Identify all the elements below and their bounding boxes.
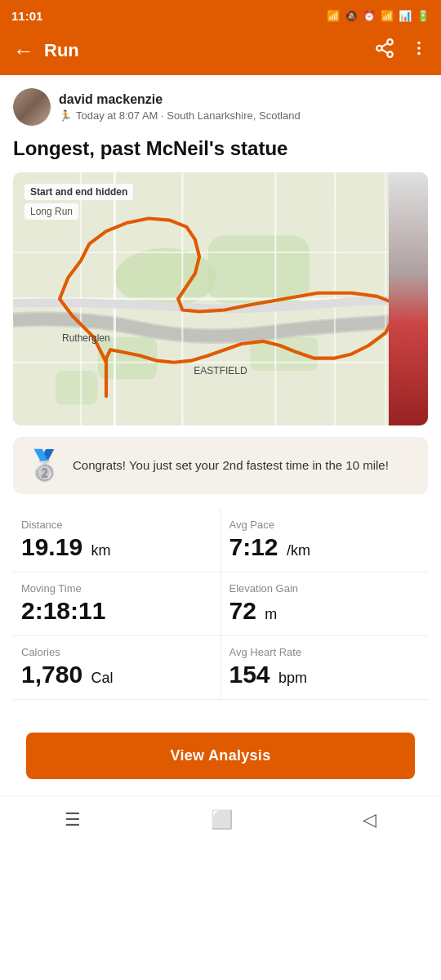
map-container[interactable]: Start and end hidden Long Run Rutherglen… <box>13 172 428 425</box>
stat-calories: Calories 1,780 Cal <box>13 636 221 699</box>
medal-icon: 🥈 <box>26 448 63 483</box>
congrats-banner: 🥈 Congrats! You just set your 2nd fastes… <box>13 437 428 494</box>
stat-elevation-value: 72 m <box>229 597 421 624</box>
status-bar: 11:01 📶 🔕 ⏰ 📶 📊 🔋 <box>0 0 441 29</box>
header-left: ← Run <box>13 38 79 64</box>
svg-rect-10 <box>207 235 309 303</box>
activity-title: Longest, past McNeil's statue <box>13 137 428 161</box>
stat-heart-rate-value: 154 bpm <box>229 661 421 688</box>
back-button[interactable]: ← <box>13 38 34 64</box>
stat-calories-label: Calories <box>21 646 212 658</box>
map-label-hidden: Start and end hidden <box>24 184 133 200</box>
stat-distance-label: Distance <box>21 519 212 531</box>
status-time: 11:01 <box>11 9 42 23</box>
home-button[interactable]: ⬜ <box>211 809 233 831</box>
more-button[interactable] <box>410 39 428 62</box>
stat-heart-rate: Avg Heart Rate 154 bpm <box>221 636 429 699</box>
stat-avg-pace: Avg Pace 7:12 /km <box>221 509 429 572</box>
main-content: david mackenzie 🏃 Today at 8:07 AM · Sou… <box>0 75 441 494</box>
stat-heart-rate-label: Avg Heart Rate <box>229 646 421 658</box>
page-title: Run <box>44 40 79 61</box>
alarm-icon: ⏰ <box>363 10 376 22</box>
status-icons: 📶 🔕 ⏰ 📶 📊 🔋 <box>327 10 430 22</box>
user-info: david mackenzie 🏃 Today at 8:07 AM · Sou… <box>59 92 301 122</box>
stat-calories-value: 1,780 Cal <box>21 661 212 688</box>
stat-elevation: Elevation Gain 72 m <box>221 572 429 635</box>
svg-point-5 <box>417 42 421 45</box>
user-meta: 🏃 Today at 8:07 AM · South Lanarkshire, … <box>59 109 301 122</box>
view-analysis-container: View Analysis <box>0 716 441 779</box>
bottom-nav: ☰ ⬜ ◁ <box>0 795 441 840</box>
map-label-rutherglen: Rutherglen <box>62 332 110 344</box>
signal-icon: 📊 <box>399 10 412 22</box>
battery-icon: 🔋 <box>416 10 430 22</box>
stats-row-2: Moving Time 2:18:11 Elevation Gain 72 m <box>13 572 428 636</box>
svg-point-6 <box>417 47 421 50</box>
stat-moving-time-value: 2:18:11 <box>21 597 212 624</box>
stat-distance-value: 19.19 km <box>21 533 212 560</box>
congrats-text: Congrats! You just set your 2nd fastest … <box>73 457 389 474</box>
avatar <box>13 88 51 126</box>
svg-point-7 <box>417 52 421 56</box>
svg-rect-13 <box>56 371 98 404</box>
map-label-longrun: Long Run <box>24 203 78 220</box>
menu-button[interactable]: ☰ <box>65 809 81 831</box>
stat-distance: Distance 19.19 km <box>13 509 221 572</box>
user-timestamp: Today at 8:07 AM · South Lanarkshire, Sc… <box>76 109 301 122</box>
run-icon: 🏃 <box>59 109 72 122</box>
stats-row-3: Calories 1,780 Cal Avg Heart Rate 154 bp… <box>13 636 428 700</box>
stat-elevation-label: Elevation Gain <box>229 582 421 595</box>
app-header: ← Run <box>0 29 441 75</box>
stat-moving-time-label: Moving Time <box>21 582 212 595</box>
view-analysis-button[interactable]: View Analysis <box>26 733 415 779</box>
wifi-icon: 📶 <box>381 10 394 22</box>
share-button[interactable] <box>374 38 395 64</box>
stats-row-1: Distance 19.19 km Avg Pace 7:12 /km <box>13 509 428 572</box>
user-name: david mackenzie <box>59 92 301 107</box>
stat-avg-pace-label: Avg Pace <box>229 519 421 531</box>
back-nav-button[interactable]: ◁ <box>363 809 376 831</box>
svg-line-3 <box>381 50 387 53</box>
stat-avg-pace-value: 7:12 /km <box>229 533 421 560</box>
svg-line-4 <box>381 43 387 47</box>
photo-strip <box>389 172 428 425</box>
header-right <box>374 38 428 64</box>
stats-grid: Distance 19.19 km Avg Pace 7:12 /km Movi… <box>0 509 441 700</box>
map-label-eastfield: EASTFIELD <box>194 365 247 376</box>
user-row: david mackenzie 🏃 Today at 8:07 AM · Sou… <box>13 88 428 126</box>
mute-icon: 🔕 <box>345 10 358 22</box>
stat-moving-time: Moving Time 2:18:11 <box>13 572 221 635</box>
bluetooth-icon: 📶 <box>327 10 340 22</box>
